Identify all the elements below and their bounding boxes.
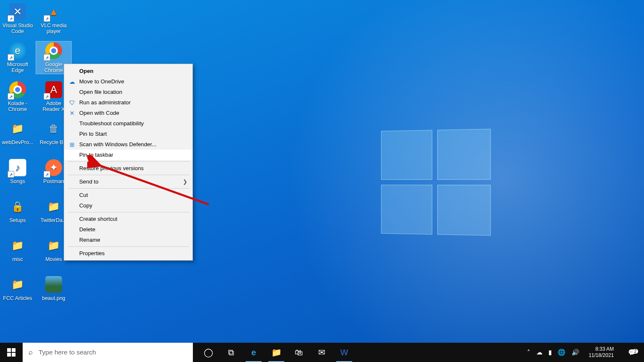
taskbar-search[interactable]: ⌕ Type here to search (23, 343, 193, 362)
tray-battery-icon[interactable]: ▮ (548, 349, 552, 356)
search-icon: ⌕ (29, 348, 33, 357)
taskbar-button-cortana[interactable]: ◯ (197, 343, 220, 362)
context-menu-item[interactable]: Rename (64, 235, 192, 245)
explorer-icon: 📁 (271, 347, 282, 357)
context-menu-label: Open (79, 68, 93, 74)
search-placeholder: Type here to search (39, 349, 96, 356)
taskbar-button-store[interactable]: 🛍 (288, 343, 310, 362)
mail-icon: ✉ (318, 347, 325, 357)
desktop-icon-misc[interactable]: 📁misc (0, 236, 35, 262)
desktop-icon-label: misc (0, 256, 35, 262)
taskbar: ⌕ Type here to search ◯⧉e📁🛍✉W ˄☁▮🌐🔊 8:33… (0, 343, 644, 362)
shortcut-arrow-icon: ↗ (8, 93, 14, 100)
tray-onedrive-icon[interactable]: ☁ (536, 349, 543, 356)
desktop-icon-setups[interactable]: 🔒Setups (0, 197, 35, 223)
desktop-icon-label: FCC Articles (0, 295, 35, 301)
context-menu-item[interactable]: 🛡Run as administrator (64, 97, 192, 108)
svg-rect-2 (12, 348, 16, 352)
context-menu-label: Rename (79, 237, 100, 243)
taskbar-button-mail[interactable]: ✉ (310, 343, 333, 362)
shield-icon: 🛡 (68, 99, 76, 106)
shortcut-arrow-icon: ↗ (44, 93, 50, 100)
shortcut-arrow-icon: ↗ (8, 15, 14, 22)
code-icon: ✕ (68, 109, 76, 117)
clock-time: 8:33 AM (589, 346, 614, 352)
desktop-icon-beaut[interactable]: beaut.png (36, 275, 71, 301)
taskbar-clock[interactable]: 8:33 AM 11/18/2021 (585, 346, 617, 359)
context-menu-separator (68, 161, 189, 162)
store-icon: 🛍 (295, 348, 303, 357)
context-menu-separator (68, 175, 189, 175)
context-menu-label: Open file location (79, 89, 122, 95)
desktop-icon-kolade[interactable]: ↗Kolade - Chrome (0, 80, 35, 113)
context-menu-item[interactable]: Properties (64, 248, 192, 259)
clock-date: 11/18/2021 (589, 352, 614, 359)
context-menu-separator (68, 212, 189, 212)
desktop-icon-label: Microsoft Edge (0, 62, 35, 74)
context-menu-label: Open with Code (79, 110, 119, 116)
taskview-icon: ⧉ (228, 348, 234, 357)
context-menu-item[interactable]: Troubleshoot compatibility (64, 118, 192, 129)
desktop-icon-songs[interactable]: ♪↗Songs (0, 158, 35, 184)
desktop-icon-fcc[interactable]: 📁FCC Articles (0, 275, 35, 301)
cortana-icon: ◯ (204, 347, 213, 357)
desktop-icon-label: webDevPro... (0, 140, 35, 145)
context-menu-item[interactable]: Restore previous versions (64, 163, 192, 173)
context-menu: Open☁Move to OneDriveOpen file location🛡… (64, 64, 193, 261)
context-menu-label: Copy (79, 202, 92, 209)
context-menu-item[interactable]: Cut (64, 190, 192, 200)
context-menu-item[interactable]: Open file location (64, 87, 192, 97)
context-menu-label: Scan with Windows Defender... (79, 141, 156, 147)
context-menu-item[interactable]: Create shortcut (64, 214, 192, 224)
context-menu-item[interactable]: ⊞Scan with Windows Defender... (64, 139, 192, 150)
taskbar-button-taskview[interactable]: ⧉ (220, 343, 242, 362)
desktop-icon-edge[interactable]: e↗Microsoft Edge (0, 41, 35, 74)
context-menu-separator (68, 246, 189, 247)
taskbar-button-word[interactable]: W (333, 343, 356, 362)
context-menu-item[interactable]: Copy (64, 200, 192, 211)
context-menu-label: Delete (79, 226, 95, 233)
desktop-icon-label: Visual Studio Code (0, 23, 35, 35)
action-center-button[interactable]: 💬 2 (623, 349, 641, 356)
tray-network-icon[interactable]: 🌐 (558, 349, 566, 356)
shortcut-arrow-icon: ↗ (8, 171, 14, 178)
desktop-icon-label: Songs (0, 178, 35, 184)
context-menu-item[interactable]: ☁Move to OneDrive (64, 76, 192, 87)
desktop-icon-vlc[interactable]: ▲↗VLC media player (36, 3, 71, 35)
notification-count: 2 (632, 349, 638, 354)
context-menu-item[interactable]: Send to❯ (64, 176, 192, 187)
taskbar-button-explorer[interactable]: 📁 (265, 343, 288, 362)
context-menu-label: Troubleshoot compatibility (79, 120, 144, 127)
svg-rect-1 (7, 348, 11, 352)
edge-icon: e (251, 348, 256, 357)
context-menu-item[interactable]: Pin to taskbar (64, 150, 192, 160)
context-menu-label: Properties (79, 250, 105, 256)
context-menu-separator (68, 188, 189, 189)
start-button[interactable] (0, 343, 23, 362)
context-menu-label: Pin to taskbar (79, 152, 113, 158)
defender-icon: ⊞ (68, 141, 76, 148)
context-menu-item[interactable]: Open (64, 66, 192, 76)
tray-chevron-icon[interactable]: ˄ (527, 349, 530, 356)
shortcut-arrow-icon: ↗ (44, 54, 50, 61)
context-menu-item[interactable]: ✕Open with Code (64, 108, 192, 118)
context-menu-label: Pin to Start (79, 131, 107, 137)
desktop-icon-webdev[interactable]: 📁webDevPro... (0, 119, 35, 145)
word-icon: W (340, 348, 348, 357)
taskbar-button-edge[interactable]: e (242, 343, 265, 362)
onedrive-icon: ☁ (68, 78, 76, 85)
windows-logo-wallpaper (381, 129, 491, 235)
desktop[interactable]: ✕↗Visual Studio Code▲↗VLC media playere↗… (0, 0, 644, 343)
desktop-icon-vscode[interactable]: ✕↗Visual Studio Code (0, 3, 35, 35)
context-menu-label: Create shortcut (79, 216, 117, 222)
context-menu-label: Run as administrator (79, 99, 131, 106)
tray-volume-icon[interactable]: 🔊 (571, 349, 579, 356)
context-menu-label: Move to OneDrive (79, 78, 124, 85)
context-menu-item[interactable]: Pin to Start (64, 129, 192, 139)
shortcut-arrow-icon: ↗ (8, 54, 14, 61)
shortcut-arrow-icon: ↗ (44, 171, 50, 178)
svg-rect-4 (12, 353, 16, 357)
context-menu-item[interactable]: Delete (64, 224, 192, 235)
context-menu-label: Restore previous versions (79, 165, 144, 171)
context-menu-label: Send to (79, 178, 99, 185)
